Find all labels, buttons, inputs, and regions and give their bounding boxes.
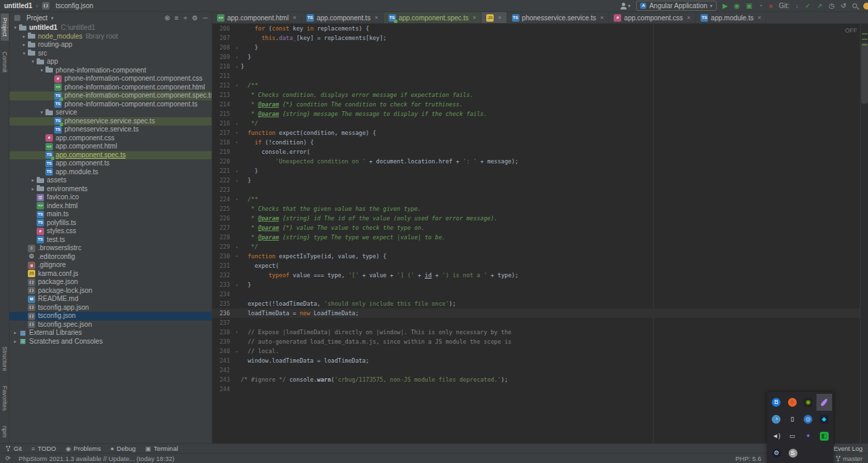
tree-item[interactable]: ▾service (9, 108, 212, 117)
code-line[interactable]: 229▴ */ (212, 242, 860, 251)
tree-item[interactable]: ▸node_moduleslibrary root (9, 33, 212, 41)
toolwindow-todo[interactable]: ≡ TODO (31, 445, 56, 452)
code-line[interactable]: 231 expect( (212, 261, 860, 270)
globe-app-icon[interactable]: ◍ (800, 411, 816, 428)
toolwindow-terminal[interactable]: ▣ Terminal (145, 445, 178, 452)
code-line[interactable]: 234 (212, 289, 860, 299)
tree-item[interactable]: ▸▤External Libraries (9, 329, 212, 338)
git-branch-widget[interactable]: master (835, 455, 863, 462)
blue-app-icon[interactable]: ◔ (768, 411, 785, 428)
code-line[interactable]: 218▾ if (!condition) { (212, 138, 860, 147)
settings-gear-icon[interactable]: ⚙ (192, 14, 198, 22)
tree-chevron-icon[interactable]: ▸ (12, 338, 18, 346)
tree-chevron-icon[interactable]: ▾ (39, 108, 45, 117)
code-line[interactable]: 238▾ // Expose |loadTimeData| directly o… (212, 327, 860, 337)
tree-item[interactable]: <>index.html (9, 202, 212, 211)
fold-marker-icon[interactable]: ▴ (233, 119, 241, 128)
code-line[interactable]: 224▾ /** (212, 195, 860, 204)
code-line[interactable]: 227 * @param {*} value The value to chec… (212, 223, 860, 233)
close-tab-icon[interactable]: × (687, 14, 690, 21)
close-tab-icon[interactable]: × (757, 14, 761, 21)
tree-item[interactable]: TStest.ts (9, 236, 212, 245)
code-line[interactable]: 225 * Checks that the given value has th… (212, 204, 860, 214)
notification-dot-icon[interactable] (863, 3, 868, 9)
tree-item[interactable]: TSpolyfills.ts (9, 219, 212, 228)
editor-tab-phonesservice.service.ts[interactable]: TSphonesservice.service.ts× (507, 12, 610, 23)
editor-tab-app.component.css[interactable]: #app.component.css× (609, 12, 696, 23)
tree-item[interactable]: #phone-information-component.component.c… (9, 75, 212, 83)
fold-marker-icon[interactable]: ▴ (233, 346, 241, 356)
code-line[interactable]: 211 (212, 71, 860, 81)
code-line[interactable]: 207 this.data_[key] = replacements[key]; (212, 33, 860, 43)
code-line[interactable]: 208▴ } (212, 43, 860, 52)
chevron-down-icon[interactable]: ▾ (51, 16, 54, 21)
expand-all-icon[interactable]: ≡ (175, 14, 179, 22)
tree-item[interactable]: TSapp.component.ts (9, 159, 212, 168)
code-line[interactable]: 209▴ } (212, 52, 860, 62)
code-line[interactable]: 215 * @param {string} message The messag… (212, 109, 860, 119)
run-button[interactable]: ▶ (723, 3, 728, 9)
fold-marker-icon[interactable]: ▴ (233, 280, 241, 289)
tree-chevron-icon[interactable]: ▸ (21, 33, 27, 41)
editor-tab-app.component.spec.ts[interactable]: TSapp.component.spec.ts× (384, 12, 482, 23)
fold-marker-icon[interactable]: ▾ (233, 327, 241, 337)
code-line[interactable]: 243/* #ignore */ console.warn('crbug/117… (212, 375, 860, 384)
code-line[interactable]: 220 'Unexpected condition on ' + documen… (212, 157, 860, 166)
tree-chevron-icon[interactable]: ▾ (30, 58, 36, 66)
git-commit-button[interactable]: ✓ (805, 3, 810, 9)
toolwindow-debug[interactable]: ● Debug (111, 445, 136, 452)
hide-panel-icon[interactable]: ─ (203, 14, 208, 22)
code-line[interactable]: 216▴ */ (212, 119, 860, 128)
fold-marker-icon[interactable]: ▾ (233, 251, 241, 261)
tree-item[interactable]: TSphone-information-component.component.… (9, 92, 212, 100)
tree-item[interactable]: g.gitignore (9, 261, 212, 270)
tree-chevron-icon[interactable]: ▸ (12, 329, 18, 338)
stripe-item-structure[interactable]: Structure (1, 342, 9, 376)
close-tab-icon[interactable]: × (600, 14, 604, 21)
history-button[interactable]: ◷ (829, 3, 835, 9)
tree-item[interactable]: ◫favicon.ico (9, 193, 212, 202)
colorful-app-icon[interactable]: ✦ (800, 428, 816, 445)
tree-item[interactable]: TSmain.ts (9, 210, 212, 219)
project-panel-title[interactable]: Project (26, 14, 47, 22)
code-editor[interactable]: 206 for (const key in replacements) {207… (212, 24, 868, 443)
tree-chevron-icon[interactable]: ▸ (21, 41, 27, 49)
tree-chevron-icon[interactable]: ▾ (12, 24, 18, 33)
editor-tab-app.component.html[interactable]: <>app.component.html× (212, 12, 302, 23)
code-line[interactable]: 244 (212, 384, 860, 394)
tree-item[interactable]: ≡.browserslistrc (9, 244, 212, 253)
tree-item[interactable]: ▾app (9, 58, 212, 66)
code-line[interactable]: 242 (212, 365, 860, 375)
code-line[interactable]: 226 * @param {string} id The id of the v… (212, 214, 860, 223)
tree-item[interactable]: TSapp.module.ts (9, 168, 212, 177)
php-version-widget[interactable]: PHP: 5.6 (736, 455, 762, 462)
code-line[interactable]: 232 typeof value === type, '[' + value +… (212, 270, 860, 280)
code-line[interactable]: 213 * Checks condition, displays error m… (212, 90, 860, 100)
tree-item[interactable]: #app.component.css (9, 134, 212, 143)
tree-item[interactable]: ⚙.editorconfig (9, 253, 212, 262)
editor-tab[interactable]: JS× (481, 12, 507, 23)
close-tab-icon[interactable]: × (473, 14, 476, 21)
tree-item[interactable]: ▸▣Scratches and Consoles (9, 338, 212, 346)
code-line[interactable]: 223 (212, 185, 860, 195)
green-app-icon[interactable]: ◧ (816, 428, 833, 445)
stripe-item-favorites[interactable]: Favorites (1, 382, 9, 415)
code-line[interactable]: 210▴} (212, 62, 860, 71)
tree-chevron-icon[interactable]: ▾ (21, 49, 27, 58)
code-line[interactable]: 233▴ } (212, 280, 860, 289)
search-everywhere-button[interactable] (852, 3, 857, 8)
tree-item[interactable]: <>app.component.html (9, 142, 212, 151)
toolwindow-problems[interactable]: ◉ Problems (66, 445, 101, 452)
tree-item[interactable]: { }package-lock.json (9, 287, 212, 296)
tree-item[interactable]: { }package.json (9, 278, 212, 287)
stripe-item-npm[interactable]: npm (1, 422, 9, 442)
stripe-item-project[interactable]: Project (1, 14, 9, 41)
nvidia-icon[interactable]: ◉ (800, 394, 816, 411)
tree-item[interactable]: TSphonesservice.service.ts (9, 125, 212, 134)
code-line[interactable]: 222▴ } (212, 176, 860, 185)
code-line[interactable]: 212▾ /** (212, 81, 860, 90)
tree-item[interactable]: ▾phone-information-component (9, 66, 212, 75)
user-menu[interactable]: ▾ (620, 3, 631, 9)
tree-item[interactable]: TSapp.component.spec.ts (9, 151, 212, 160)
breadcrumb-file[interactable]: tsconfig.json (56, 2, 94, 9)
